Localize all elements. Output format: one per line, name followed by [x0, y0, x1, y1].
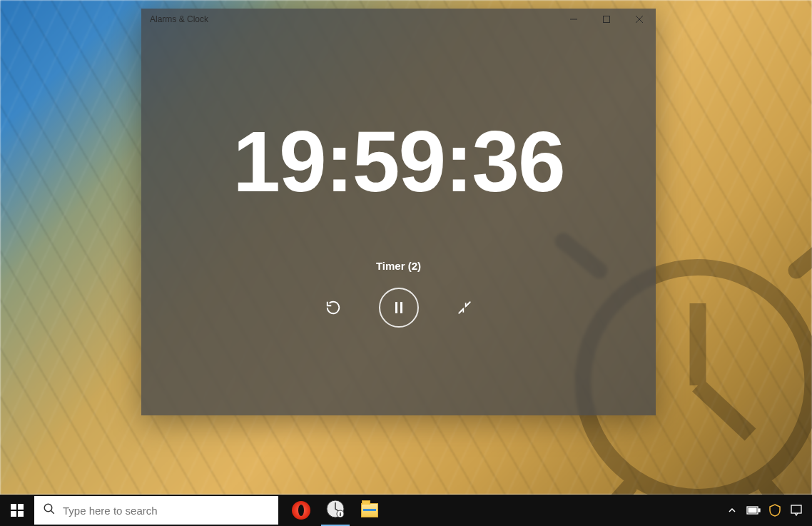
svg-rect-24 — [791, 505, 801, 513]
action-center-icon[interactable] — [789, 503, 803, 517]
svg-rect-11 — [11, 504, 16, 510]
maximize-button[interactable] — [590, 9, 623, 30]
taskbar-app-explorer[interactable] — [352, 495, 387, 526]
taskbar-app-browser[interactable]: ⬇ — [318, 495, 352, 526]
battery-icon[interactable] — [746, 503, 761, 517]
svg-rect-7 — [395, 302, 397, 313]
file-explorer-icon — [361, 503, 378, 517]
alarms-clock-window: Alarms & Clock 19:59:36 Timer (2) — [141, 9, 656, 415]
reset-button[interactable] — [320, 295, 346, 320]
svg-line-10 — [458, 308, 463, 313]
timer-controls — [320, 288, 477, 328]
tray-chevron-icon[interactable] — [725, 503, 739, 517]
svg-rect-12 — [18, 504, 24, 510]
svg-rect-8 — [400, 302, 402, 313]
titlebar[interactable]: Alarms & Clock — [141, 9, 656, 30]
collapse-button[interactable] — [452, 295, 477, 320]
system-tray — [725, 503, 812, 517]
svg-rect-23 — [748, 508, 756, 512]
close-button[interactable] — [623, 9, 656, 30]
svg-line-9 — [465, 301, 470, 306]
svg-line-16 — [51, 510, 54, 514]
taskbar: ⬇ — [0, 495, 812, 526]
taskbar-search[interactable] — [34, 496, 278, 525]
timer-display: 19:59:36 — [233, 118, 564, 204]
svg-rect-13 — [11, 511, 16, 517]
opera-icon — [292, 501, 310, 520]
taskbar-app-opera[interactable] — [284, 495, 318, 526]
pause-button[interactable] — [379, 288, 419, 328]
svg-point-15 — [44, 504, 52, 512]
start-button[interactable] — [0, 495, 34, 526]
svg-text:⬇: ⬇ — [338, 512, 342, 517]
window-title: Alarms & Clock — [150, 14, 208, 24]
svg-rect-22 — [758, 509, 760, 512]
svg-rect-4 — [604, 16, 610, 23]
security-icon[interactable] — [768, 503, 782, 517]
search-input[interactable] — [63, 505, 270, 517]
browser-icon: ⬇ — [326, 500, 345, 521]
timer-label: Timer (2) — [376, 260, 421, 272]
svg-rect-14 — [18, 511, 24, 517]
minimize-button[interactable] — [557, 9, 590, 30]
timer-area: 19:59:36 Timer (2) — [141, 30, 656, 415]
svg-line-2 — [698, 385, 751, 435]
search-icon — [43, 502, 56, 518]
